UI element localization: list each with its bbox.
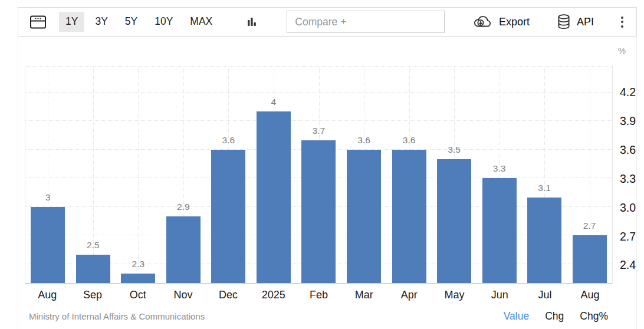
bar-slot: 4: [251, 67, 297, 283]
x-axis: AugSepOctNovDec2025FebMarAprMayJunJulAug: [25, 289, 613, 301]
bar-value-label: 3.6: [357, 135, 370, 146]
bar-value-label: 2.7: [583, 221, 596, 231]
x-axis-label: Aug: [567, 289, 613, 301]
bar-slot: 2.3: [116, 67, 161, 283]
series-mode-links: Value Chg Chg%: [504, 310, 608, 323]
y-axis-label: 2.4: [620, 258, 636, 272]
chart-toolbar: 1Y 3Y 5Y 10Y MAX Export: [18, 7, 637, 37]
chart-type-button[interactable]: [246, 16, 257, 28]
y-axis-label: 3.9: [620, 114, 636, 127]
bar[interactable]: [347, 150, 381, 283]
cloud-download-icon: [472, 14, 493, 29]
x-axis-label: Nov: [160, 289, 206, 301]
bar-slot: 2.7: [567, 67, 612, 283]
bar-slot: 3.5: [432, 67, 477, 283]
x-axis-label: Aug: [25, 289, 70, 301]
bar-slot: 3.7: [296, 67, 341, 283]
bar[interactable]: [257, 111, 291, 283]
bar[interactable]: [482, 178, 517, 283]
calendar-button[interactable]: [29, 14, 47, 30]
x-axis-label: May: [432, 289, 477, 301]
range-selector: 1Y 3Y 5Y 10Y MAX: [59, 12, 219, 32]
bar[interactable]: [392, 150, 426, 283]
bar[interactable]: [76, 255, 110, 284]
kebab-menu-icon: [621, 17, 623, 19]
x-axis-label: Sep: [70, 289, 116, 301]
footer-link[interactable]: Chg%: [580, 310, 608, 323]
y-axis-label: 2.7: [620, 229, 636, 243]
bar-slot: 2.9: [161, 67, 206, 283]
bar-slot: 3.1: [522, 67, 567, 283]
y-axis-label: 3.3: [620, 172, 636, 185]
y-axis-label: 4.2: [620, 85, 636, 99]
bar-slot: 3: [25, 67, 71, 283]
bar[interactable]: [437, 159, 471, 283]
chart-container: % 32.52.32.93.643.73.63.63.53.33.12.7 2.…: [18, 37, 637, 329]
bar-slot: 3.6: [386, 67, 432, 283]
range-button-5y[interactable]: 5Y: [119, 12, 144, 32]
api-button[interactable]: API: [557, 14, 594, 30]
range-button-1y[interactable]: 1Y: [59, 12, 84, 32]
toolbar-right-group: Export API: [472, 14, 627, 30]
bar-value-label: 2.9: [177, 202, 190, 212]
footer-link[interactable]: Value: [504, 310, 529, 323]
bar-slot: 3.6: [206, 67, 251, 283]
bar-slot: 3.6: [341, 67, 387, 283]
bar[interactable]: [301, 140, 336, 284]
compare-input[interactable]: [287, 11, 445, 33]
bar-value-label: 2.5: [87, 240, 100, 251]
bar[interactable]: [527, 198, 561, 284]
export-label: Export: [499, 16, 530, 28]
x-axis-label: Jul: [523, 289, 568, 301]
bar[interactable]: [121, 274, 155, 283]
bar-value-label: 3: [45, 192, 51, 203]
bar-chart-icon: [246, 16, 257, 28]
bar[interactable]: [31, 207, 65, 283]
api-label: API: [577, 16, 594, 28]
bar[interactable]: [211, 150, 245, 283]
bar[interactable]: [166, 216, 201, 283]
bar-slot: 3.3: [477, 67, 522, 283]
x-axis-label: Feb: [296, 289, 341, 301]
y-axis-label: 3.0: [620, 200, 636, 214]
bar-value-label: 3.7: [313, 126, 326, 136]
bars-layer: 32.52.32.93.643.73.63.63.53.33.12.7: [25, 67, 612, 283]
x-axis-label: Mar: [341, 289, 387, 301]
calendar-icon: [29, 14, 47, 30]
bar-value-label: 3.6: [403, 135, 416, 146]
bar-value-label: 3.6: [222, 135, 235, 146]
bar-value-label: 3.5: [448, 144, 461, 155]
bar-value-label: 4: [271, 97, 277, 107]
range-button-10y[interactable]: 10Y: [148, 12, 179, 32]
bar-value-label: 3.1: [538, 183, 551, 193]
x-axis-label: Dec: [206, 289, 251, 301]
footer-link[interactable]: Chg: [545, 310, 564, 323]
range-button-3y[interactable]: 3Y: [88, 12, 114, 32]
bar[interactable]: [573, 235, 607, 283]
source-attribution: Ministry of Internal Affairs & Communica…: [29, 311, 205, 321]
x-axis-label: Oct: [115, 289, 160, 301]
plot-area: 32.52.32.93.643.73.63.63.53.33.12.7: [25, 66, 613, 284]
export-button[interactable]: Export: [472, 14, 530, 29]
bar-slot: 2.5: [71, 67, 116, 283]
y-axis-label: 3.6: [620, 143, 636, 156]
x-axis-label: Apr: [387, 289, 432, 301]
more-options-button[interactable]: [617, 14, 627, 30]
bar-value-label: 2.3: [132, 259, 145, 269]
x-axis-label: 2025: [251, 289, 296, 301]
y-axis-unit-label: %: [618, 45, 626, 55]
y-axis: 2.42.73.03.33.63.94.2: [619, 66, 644, 284]
x-axis-label: Jun: [477, 289, 523, 301]
bar-value-label: 3.3: [493, 163, 506, 174]
database-icon: [557, 14, 571, 30]
range-button-max[interactable]: MAX: [183, 12, 219, 32]
